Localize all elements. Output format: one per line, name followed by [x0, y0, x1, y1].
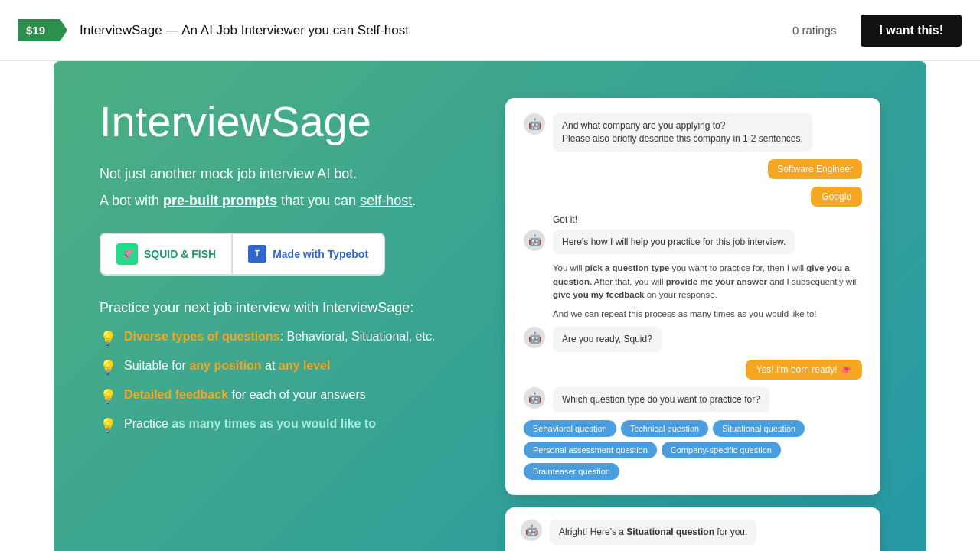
user-company-reply: Google	[524, 187, 862, 207]
btn-company[interactable]: Company-specific question	[662, 442, 781, 458]
chat-ready-bubble: Are you ready, Squid?	[553, 327, 662, 352]
bulb-icon-4: 💡	[100, 416, 116, 435]
badge-typebot: T Made with Typebot	[233, 234, 384, 274]
chat-bubble-1: And what company are you applying to? Pl…	[553, 113, 812, 152]
hero-logo: InterviewSage	[100, 98, 475, 145]
chat-repeat: And we can repeat this process as many t…	[553, 308, 862, 321]
price-tag: $19	[18, 19, 67, 41]
hero-subtitle2: A bot with pre-built prompts that you ca…	[100, 191, 475, 211]
chat-card-2: 🤖 Alright! Here's a Situational question…	[505, 507, 880, 551]
user-ready-reply: Yes! I'm born ready! 🐙	[524, 360, 862, 380]
bot-avatar-2: 🤖	[524, 230, 545, 251]
feature-4: 💡 Practice as many times as you would li…	[100, 416, 475, 435]
btn-technical[interactable]: Technical question	[621, 420, 709, 437]
btn-brainteaser[interactable]: Brainteaser question	[524, 463, 619, 480]
bot-avatar-1: 🤖	[524, 113, 545, 135]
badge-squid-fish: 🦑 SQUID & FISH	[101, 234, 233, 274]
user-role-bubble: Software Engineer	[768, 159, 862, 179]
user-ready-bubble: Yes! I'm born ready! 🐙	[746, 360, 862, 380]
bot-avatar-5: 🤖	[521, 520, 542, 541]
btn-behavioral[interactable]: Behavioral question	[524, 420, 616, 437]
top-nav: $19 InterviewSage — An AI Job Interviewe…	[0, 0, 980, 61]
user-role-reply: Software Engineer	[524, 159, 862, 179]
bulb-icon-1: 💡	[100, 329, 116, 348]
typebot-icon: T	[248, 245, 266, 263]
hero-right: 🤖 And what company are you applying to? …	[505, 98, 880, 551]
got-it-text: Got it!	[553, 214, 862, 225]
chat-intro-bubble: Here's how I will help you practice for …	[553, 230, 795, 255]
bulb-icon-3: 💡	[100, 387, 116, 406]
chat-ready-q: 🤖 Are you ready, Squid?	[524, 327, 862, 352]
chat2-intro-row: 🤖 Alright! Here's a Situational question…	[521, 520, 865, 545]
feature-1: 💡 Diverse types of questions: Behavioral…	[100, 328, 475, 348]
ratings-count: 0 ratings	[792, 24, 837, 37]
badge-row: 🦑 SQUID & FISH T Made with Typebot	[100, 233, 385, 276]
chat-intro-msg: 🤖 Here's how I will help you practice fo…	[524, 230, 862, 255]
user-company-bubble: Google	[811, 187, 862, 207]
btn-situational[interactable]: Situational question	[713, 420, 805, 437]
chat2-intro-bubble: Alright! Here's a Situational question f…	[550, 520, 756, 545]
bulb-icon-2: 💡	[100, 358, 116, 377]
hero-section: InterviewSage Not just another mock job …	[54, 61, 926, 551]
bot-avatar-3: 🤖	[524, 327, 545, 348]
squid-fish-icon: 🦑	[116, 243, 138, 265]
practice-title: Practice your next job interview with In…	[100, 300, 475, 316]
product-title: InterviewSage — An AI Job Interviewer yo…	[80, 23, 780, 38]
chat-description: You will pick a question type you want t…	[553, 262, 862, 302]
btn-personal[interactable]: Personal assessment question	[524, 442, 657, 458]
feature-list: 💡 Diverse types of questions: Behavioral…	[100, 328, 475, 436]
logo-part2: Sage	[271, 97, 371, 145]
chat-msg-company-q: 🤖 And what company are you applying to? …	[524, 113, 862, 152]
chat-qtype-msg: 🤖 Which question type do you want to pra…	[524, 387, 862, 412]
question-type-buttons: Behavioral question Technical question S…	[524, 420, 862, 480]
want-this-button[interactable]: I want this!	[861, 15, 962, 47]
feature-2: 💡 Suitable for any position at any level	[100, 357, 475, 377]
feature-3: 💡 Detailed feedback for each of your ans…	[100, 386, 475, 406]
hero-left: InterviewSage Not just another mock job …	[100, 98, 475, 435]
hero-subtitle1: Not just another mock job interview AI b…	[100, 164, 475, 184]
chat-qtype-bubble: Which question type do you want to pract…	[553, 387, 769, 412]
chat-card-1: 🤖 And what company are you applying to? …	[505, 98, 880, 495]
bot-avatar-4: 🤖	[524, 387, 545, 409]
